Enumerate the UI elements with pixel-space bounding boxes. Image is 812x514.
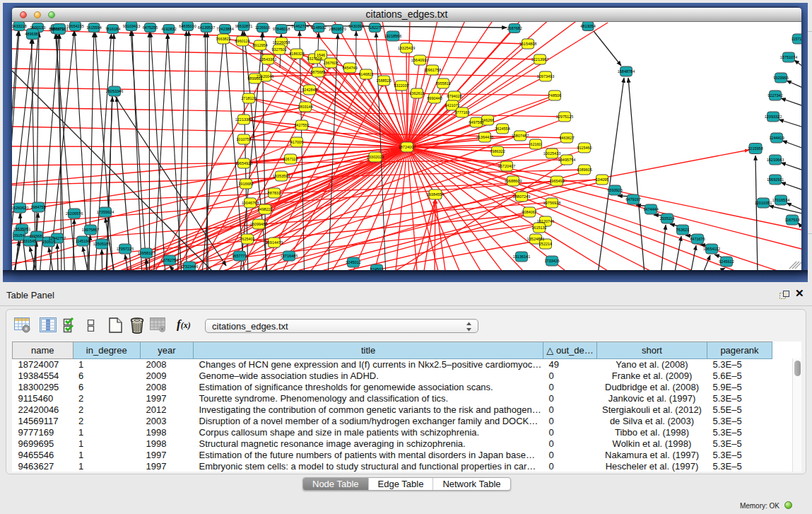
svg-text:18724007: 18724007	[399, 145, 416, 149]
svg-text:15692911: 15692911	[767, 177, 784, 182]
svg-text:1157107: 1157107	[791, 37, 801, 41]
svg-text:1089605: 1089605	[577, 168, 592, 172]
svg-text:9899661: 9899661	[247, 76, 262, 81]
svg-text:1984755: 1984755	[30, 205, 45, 209]
svg-text:1965492: 1965492	[549, 179, 564, 183]
svg-text:26099483: 26099483	[250, 222, 267, 226]
svg-text:26260620: 26260620	[12, 206, 28, 210]
svg-text:6794028: 6794028	[447, 94, 461, 98]
svg-text:9329966: 9329966	[773, 76, 788, 80]
svg-text:97848018: 97848018	[273, 27, 290, 31]
svg-text:887831: 887831	[268, 191, 281, 195]
svg-text:17016534: 17016534	[772, 198, 789, 202]
svg-text:746266: 746266	[481, 118, 494, 122]
svg-text:3267110: 3267110	[283, 157, 298, 161]
svg-text:62160: 62160	[530, 142, 541, 146]
svg-text:15640910: 15640910	[411, 58, 428, 62]
svg-text:7663822: 7663822	[216, 37, 230, 41]
svg-text:4813054: 4813054	[580, 24, 595, 28]
svg-text:19218566: 19218566	[384, 34, 401, 38]
svg-text:3624554: 3624554	[495, 127, 510, 131]
svg-text:12093322: 12093322	[765, 115, 782, 119]
svg-text:748506: 748506	[548, 93, 561, 98]
svg-text:12505185: 12505185	[93, 242, 110, 246]
svg-text:10973493: 10973493	[537, 74, 554, 78]
svg-text:9463627: 9463627	[559, 136, 574, 140]
svg-text:15136141: 15136141	[513, 255, 530, 259]
svg-text:4896383: 4896383	[25, 32, 40, 36]
svg-text:2718126: 2718126	[241, 96, 256, 100]
svg-text:9777169: 9777169	[454, 110, 469, 115]
svg-text:26535051: 26535051	[13, 227, 30, 231]
svg-text:2935114: 2935114	[659, 216, 674, 221]
svg-text:7625402: 7625402	[240, 237, 254, 241]
svg-text:16848784: 16848784	[618, 69, 635, 74]
svg-text:19975867: 19975867	[82, 228, 99, 232]
svg-text:252214: 252214	[539, 242, 552, 246]
svg-text:65787133: 65787133	[51, 27, 68, 31]
svg-text:16782759: 16782759	[161, 258, 178, 262]
svg-text:19654923: 19654923	[235, 161, 252, 165]
svg-text:104095: 104095	[596, 177, 608, 182]
svg-text:763621: 763621	[676, 228, 689, 232]
svg-text:9227342: 9227342	[767, 93, 782, 98]
svg-text:6593923: 6593923	[607, 188, 622, 192]
svg-text:1115681: 1115681	[30, 234, 45, 238]
svg-text:13716485: 13716485	[281, 254, 298, 258]
svg-text:4192832: 4192832	[161, 27, 176, 31]
svg-text:8912954: 8912954	[252, 43, 267, 47]
svg-text:8148932: 8148932	[311, 25, 326, 30]
svg-text:2687682: 2687682	[507, 26, 522, 30]
svg-text:18807249: 18807249	[513, 194, 530, 199]
svg-text:93103413: 93103413	[123, 24, 140, 28]
svg-text:1010755: 1010755	[236, 137, 251, 141]
svg-text:9474444: 9474444	[643, 207, 658, 211]
svg-text:10807487: 10807487	[512, 134, 529, 138]
svg-text:64139537: 64139537	[198, 25, 215, 30]
svg-text:9327502: 9327502	[271, 47, 286, 52]
svg-text:10543362: 10543362	[259, 57, 276, 62]
svg-text:10688609: 10688609	[505, 179, 522, 183]
svg-text:9242848: 9242848	[302, 88, 317, 92]
svg-text:5430391: 5430391	[348, 24, 363, 28]
svg-text:10654112: 10654112	[703, 247, 720, 251]
svg-text:8990448: 8990448	[427, 96, 442, 100]
svg-text:9146821: 9146821	[358, 72, 373, 76]
svg-text:6479197: 6479197	[625, 197, 640, 201]
svg-text:13524851: 13524851	[527, 237, 544, 241]
svg-text:15720407: 15720407	[498, 164, 515, 168]
svg-text:96532871: 96532871	[235, 24, 252, 28]
svg-text:21364436: 21364436	[476, 135, 493, 139]
svg-text:16914479: 16914479	[266, 240, 283, 245]
svg-text:9084067: 9084067	[522, 210, 536, 214]
svg-text:331545: 331545	[23, 239, 36, 243]
svg-text:8454749: 8454749	[342, 66, 357, 70]
svg-text:3215958: 3215958	[748, 146, 763, 151]
svg-text:2803144: 2803144	[298, 105, 312, 109]
svg-text:10046768: 10046768	[242, 201, 259, 205]
svg-text:1244419: 1244419	[769, 136, 784, 140]
svg-text:19756928: 19756928	[543, 201, 560, 205]
svg-text:17359924: 17359924	[97, 210, 114, 214]
svg-text:13353594: 13353594	[273, 174, 290, 178]
svg-text:9427552: 9427552	[294, 123, 309, 127]
svg-text:15226058: 15226058	[273, 40, 290, 45]
svg-text:02654235: 02654235	[66, 24, 83, 28]
svg-text:5875685: 5875685	[310, 70, 325, 74]
svg-text:9115460: 9115460	[577, 146, 592, 150]
svg-text:15751074: 15751074	[780, 55, 797, 59]
svg-text:12213967: 12213967	[531, 57, 548, 62]
svg-text:23302023: 23302023	[367, 155, 384, 159]
svg-text:9245612: 9245612	[719, 259, 734, 264]
svg-text:12213389: 12213389	[235, 117, 252, 122]
svg-text:26053346: 26053346	[106, 89, 123, 93]
svg-text:39154: 39154	[13, 233, 24, 238]
svg-text:8960124: 8960124	[235, 39, 249, 43]
svg-text:16120746: 16120746	[537, 219, 554, 223]
svg-text:1615594: 1615594	[86, 25, 101, 30]
svg-text:19384554: 19384554	[427, 192, 444, 197]
svg-text:1546: 1546	[317, 53, 325, 57]
svg-text:5322037: 5322037	[394, 83, 408, 88]
svg-text:9245012: 9245012	[346, 260, 360, 264]
svg-text:10958107: 10958107	[138, 251, 155, 255]
